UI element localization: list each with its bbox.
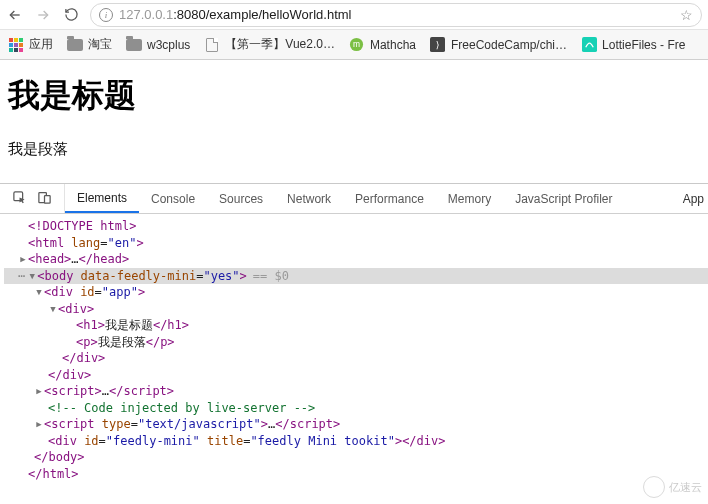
svg-rect-4 (582, 37, 597, 52)
bookmark-vue[interactable]: 【第一季】Vue2.0… (204, 36, 335, 53)
page-content: 我是标题 我是段落 (0, 60, 708, 183)
bookmark-freecodecamp[interactable]: ⟩ FreeCodeCamp/chi… (430, 37, 567, 53)
disclosure-triangle-icon[interactable]: ▼ (34, 284, 44, 301)
bookmark-folder-taobao[interactable]: 淘宝 (67, 36, 112, 53)
dom-node-selected[interactable]: ⋯▼<body data-feedly-mini="yes">== $0 (4, 268, 708, 285)
dom-node[interactable]: <!-- Code injected by live-server --> (4, 400, 708, 417)
site-info-icon[interactable]: i (99, 8, 113, 22)
bookmark-mathcha[interactable]: m Mathcha (349, 37, 416, 53)
dom-node[interactable]: </div> (4, 350, 708, 367)
dom-node[interactable]: </div> (4, 367, 708, 384)
dom-tree[interactable]: <!DOCTYPE html> <html lang="en"> ▶<head>… (0, 214, 708, 488)
disclosure-triangle-icon[interactable]: ▶ (34, 383, 44, 400)
bookmark-label: w3cplus (147, 38, 190, 52)
bookmark-folder-w3cplus[interactable]: w3cplus (126, 37, 190, 53)
tab-console[interactable]: Console (139, 184, 207, 213)
folder-icon (67, 37, 83, 53)
tab-application[interactable]: App (671, 184, 708, 213)
dom-node[interactable]: <!DOCTYPE html> (4, 218, 708, 235)
freecodecamp-icon: ⟩ (430, 37, 446, 53)
inspect-element-icon[interactable] (12, 190, 27, 208)
reload-button[interactable] (62, 6, 80, 24)
bookmark-star-icon[interactable]: ☆ (680, 7, 693, 23)
gutter-dots-icon: ⋯ (18, 268, 27, 285)
devtools-panel: Elements Console Sources Network Perform… (0, 183, 708, 488)
disclosure-triangle-icon[interactable]: ▼ (27, 268, 37, 285)
page-paragraph: 我是段落 (8, 140, 700, 159)
dom-node[interactable]: ▼<div> (4, 301, 708, 318)
bookmarks-bar: 应用 淘宝 w3cplus 【第一季】Vue2.0… m Mathcha ⟩ F… (0, 30, 708, 60)
bookmark-label: 【第一季】Vue2.0… (225, 36, 335, 53)
mathcha-icon: m (349, 37, 365, 53)
disclosure-triangle-icon[interactable]: ▼ (48, 301, 58, 318)
disclosure-triangle-icon[interactable]: ▶ (18, 251, 28, 268)
device-toolbar-icon[interactable] (37, 190, 52, 208)
folder-icon (126, 37, 142, 53)
bookmark-label: 淘宝 (88, 36, 112, 53)
tab-network[interactable]: Network (275, 184, 343, 213)
lottie-icon (581, 37, 597, 53)
tab-sources[interactable]: Sources (207, 184, 275, 213)
apps-shortcut[interactable]: 应用 (8, 36, 53, 53)
tab-memory[interactable]: Memory (436, 184, 503, 213)
dom-node[interactable]: <html lang="en"> (4, 235, 708, 252)
devtools-tabs: Elements Console Sources Network Perform… (0, 184, 708, 214)
bookmark-label: FreeCodeCamp/chi… (451, 38, 567, 52)
tab-performance[interactable]: Performance (343, 184, 436, 213)
bookmark-label: 应用 (29, 36, 53, 53)
tab-javascript-profiler[interactable]: JavaScript Profiler (503, 184, 624, 213)
tab-elements[interactable]: Elements (65, 184, 139, 213)
forward-button[interactable] (34, 6, 52, 24)
apps-icon (8, 37, 24, 53)
dom-node[interactable]: ▶<script>…</script> (4, 383, 708, 400)
dom-node[interactable]: <h1>我是标题</h1> (4, 317, 708, 334)
browser-toolbar: i 127.0.0.1:8080/example/helloWorld.html… (0, 0, 708, 30)
disclosure-triangle-icon[interactable]: ▶ (34, 416, 44, 433)
bookmark-label: Mathcha (370, 38, 416, 52)
bookmark-label: LottieFiles - Fre (602, 38, 685, 52)
svg-text:m: m (353, 39, 360, 49)
dom-node[interactable]: <div id="feedly-mini" title="feedly Mini… (4, 433, 708, 450)
dom-node[interactable]: ▶<head>…</head> (4, 251, 708, 268)
dom-node[interactable]: </html> (4, 466, 708, 483)
dom-node[interactable]: <p>我是段落</p> (4, 334, 708, 351)
page-icon (204, 37, 220, 53)
address-bar[interactable]: i 127.0.0.1:8080/example/helloWorld.html… (90, 3, 702, 27)
dom-node[interactable]: ▼<div id="app"> (4, 284, 708, 301)
dom-node[interactable]: ▶<script type="text/javascript">…</scrip… (4, 416, 708, 433)
dom-node[interactable]: </body> (4, 449, 708, 466)
url-text: 127.0.0.1:8080/example/helloWorld.html (119, 7, 674, 22)
back-button[interactable] (6, 6, 24, 24)
page-heading: 我是标题 (8, 74, 700, 118)
bookmark-lottie[interactable]: LottieFiles - Fre (581, 37, 685, 53)
svg-text:⟩: ⟩ (435, 39, 441, 50)
svg-rect-7 (45, 195, 51, 203)
